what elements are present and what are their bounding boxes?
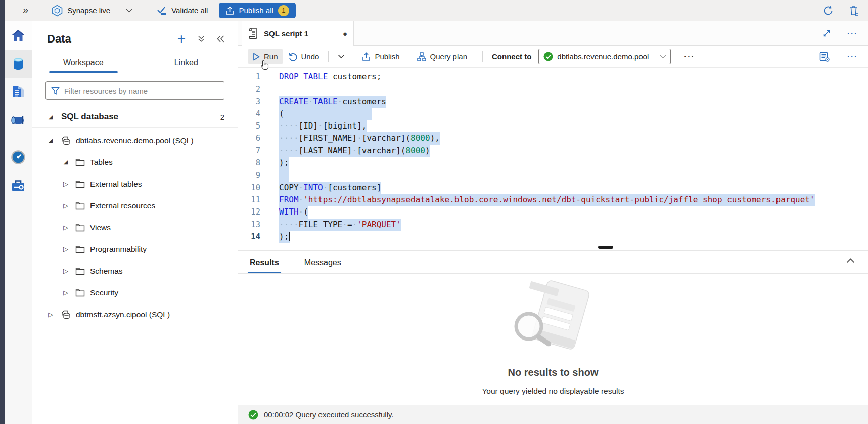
section-count: 2 xyxy=(220,113,224,121)
code-editor-line[interactable]: 4( xyxy=(238,108,868,120)
tree-item[interactable]: ▷Views xyxy=(32,217,238,238)
code-token: ); xyxy=(279,158,289,167)
discard-trash-icon[interactable] xyxy=(849,5,859,16)
chevron-down-icon[interactable] xyxy=(126,9,132,13)
filter-resources-box[interactable] xyxy=(45,81,224,100)
double-chevron-down-icon[interactable] xyxy=(198,35,205,43)
tree-item[interactable]: ▷Security xyxy=(32,282,238,304)
code-editor-line[interactable]: 5····[ID]·[bigint], xyxy=(238,120,868,132)
nav-manage[interactable] xyxy=(5,172,32,200)
publish-all-button[interactable]: Publish all 1 xyxy=(219,3,295,18)
tab-linked[interactable]: Linked xyxy=(135,54,238,73)
code-token: · xyxy=(308,97,313,106)
code-editor-line[interactable]: 2 xyxy=(238,83,868,95)
collapse-panel-icon[interactable] xyxy=(217,35,224,43)
tree-item[interactable]: ◢dbtlabs.revenue.demo.pool (SQL) xyxy=(32,130,238,151)
code-token: ···· xyxy=(279,121,299,131)
code-token: [varchar]( xyxy=(362,133,410,143)
tab-messages[interactable]: Messages xyxy=(302,258,343,273)
tree-item[interactable]: ▷Schemas xyxy=(32,260,238,282)
code-editor-line[interactable]: 1DROP TABLE customers; xyxy=(238,71,868,83)
code-token: ); xyxy=(279,232,289,241)
collapse-triangle-icon[interactable]: ◢ xyxy=(47,137,54,144)
tab-workspace[interactable]: Workspace xyxy=(32,54,135,73)
nav-monitor[interactable] xyxy=(5,143,32,172)
line-number: 13 xyxy=(238,219,260,231)
expand-editor-icon[interactable] xyxy=(822,29,831,38)
top-command-bar: » Synapse live Validate all Publish all … xyxy=(5,0,868,21)
expand-triangle-icon[interactable]: ▷ xyxy=(62,202,69,209)
properties-icon[interactable] xyxy=(819,51,830,62)
expand-triangle-icon[interactable]: ▷ xyxy=(62,180,69,188)
code-token: · xyxy=(318,121,323,131)
code-token xyxy=(299,72,304,81)
run-button[interactable]: Run xyxy=(248,49,283,64)
tree-item[interactable]: ▷dbtmsft.azsyn.cipool (SQL) xyxy=(32,304,238,325)
code-editor-line[interactable]: 10COPY·INTO·[customers] xyxy=(238,182,868,194)
tree-item[interactable]: ▷External resources xyxy=(32,195,238,217)
code-editor-line[interactable]: 11FROM·'https://dbtlabsynapsedatalake.bl… xyxy=(238,194,868,206)
code-editor-line[interactable]: 14); xyxy=(238,231,868,243)
expand-triangle-icon[interactable]: ▷ xyxy=(62,224,69,231)
line-number: 1 xyxy=(238,71,260,83)
validate-all-button[interactable]: Validate all xyxy=(157,6,208,15)
code-token: [ID] xyxy=(299,121,318,131)
publish-button[interactable]: Publish xyxy=(357,49,404,64)
expand-triangle-icon[interactable]: ▷ xyxy=(47,311,54,318)
tree-item[interactable]: ▷External tables xyxy=(32,173,238,195)
nav-integrate[interactable] xyxy=(5,106,32,135)
query-plan-button[interactable]: Query plan xyxy=(412,49,472,64)
expand-triangle-icon[interactable]: ▷ xyxy=(62,267,69,275)
code-editor-line[interactable]: 6····[FIRST_NAME]·[varchar](8000), xyxy=(238,132,868,144)
section-label: SQL database xyxy=(61,112,118,122)
document-icon xyxy=(12,85,25,99)
no-results-title: No results to show xyxy=(238,367,868,378)
tree-item[interactable]: ◢Tables xyxy=(32,151,238,173)
results-pane-header: Results Messages xyxy=(238,250,868,274)
code-editor-line[interactable]: 13····FILE_TYPE·=·'PARQUET' xyxy=(238,219,868,231)
expand-triangle-icon[interactable]: ▷ xyxy=(62,289,69,296)
resource-tree: ◢dbtlabs.revenue.demo.pool (SQL)◢Tables▷… xyxy=(32,128,238,325)
nav-home[interactable] xyxy=(5,21,32,50)
pane-splitter-handle[interactable] xyxy=(598,246,613,249)
validate-all-label: Validate all xyxy=(171,6,208,15)
pool-selector-dropdown[interactable]: dbtlabs.revenue.demo.pool xyxy=(538,49,671,64)
undo-redo-dropdown[interactable] xyxy=(333,51,350,62)
tab-results[interactable]: Results xyxy=(248,258,281,273)
tree-item-label: dbtmsft.azsyn.cipool (SQL) xyxy=(76,310,170,319)
code-editor-line[interactable]: 8); xyxy=(238,157,868,169)
expand-chevrons-icon[interactable]: » xyxy=(23,4,27,16)
add-resource-button[interactable]: + xyxy=(177,34,186,44)
code-token: ( xyxy=(303,207,308,217)
tree-item-label: Views xyxy=(90,223,111,232)
sql-editor[interactable]: 1DROP TABLE customers;23CREATE·TABLE·cus… xyxy=(238,68,868,250)
mode-selector[interactable]: Synapse live xyxy=(52,5,132,17)
code-token: 8000 xyxy=(410,133,430,143)
nav-develop[interactable] xyxy=(5,78,32,106)
code-line-text: CREATE·TABLE·customers xyxy=(279,96,386,108)
code-editor-line[interactable]: 7····[LAST_NAME]·[varchar](8000) xyxy=(238,145,868,157)
connect-more-icon[interactable]: ··· xyxy=(684,52,695,61)
expand-triangle-icon[interactable]: ▷ xyxy=(62,245,69,253)
collapse-results-chevron-icon[interactable] xyxy=(846,258,855,263)
toolbar-more-icon[interactable]: ··· xyxy=(847,52,858,61)
tab-more-actions-icon[interactable]: ··· xyxy=(847,29,858,38)
tree-item[interactable]: ▷Programmability xyxy=(32,238,238,260)
publish-all-label: Publish all xyxy=(239,6,273,15)
filter-resources-input[interactable] xyxy=(64,87,219,95)
collapse-triangle-icon[interactable]: ◢ xyxy=(47,114,54,120)
collapse-triangle-icon[interactable]: ◢ xyxy=(62,159,69,165)
code-editor-line[interactable]: 12WITH·( xyxy=(238,206,868,218)
code-editor-line[interactable]: 9 xyxy=(238,169,868,181)
nav-data[interactable] xyxy=(5,50,32,78)
code-line-text: ); xyxy=(279,157,289,169)
line-number: 10 xyxy=(238,182,260,194)
no-results-illustration xyxy=(502,280,604,361)
no-results-subtitle: Your query yielded no displayable result… xyxy=(238,387,868,396)
code-editor-line[interactable]: 3CREATE·TABLE·customers xyxy=(238,96,868,108)
code-line-text: COPY·INTO·[customers] xyxy=(279,182,381,194)
sql-database-section[interactable]: ◢ SQL database 2 xyxy=(32,100,238,128)
undo-button[interactable]: Undo xyxy=(283,49,325,64)
sql-script-tab[interactable]: SQL script 1 ● xyxy=(242,21,354,46)
refresh-icon[interactable] xyxy=(823,5,834,16)
